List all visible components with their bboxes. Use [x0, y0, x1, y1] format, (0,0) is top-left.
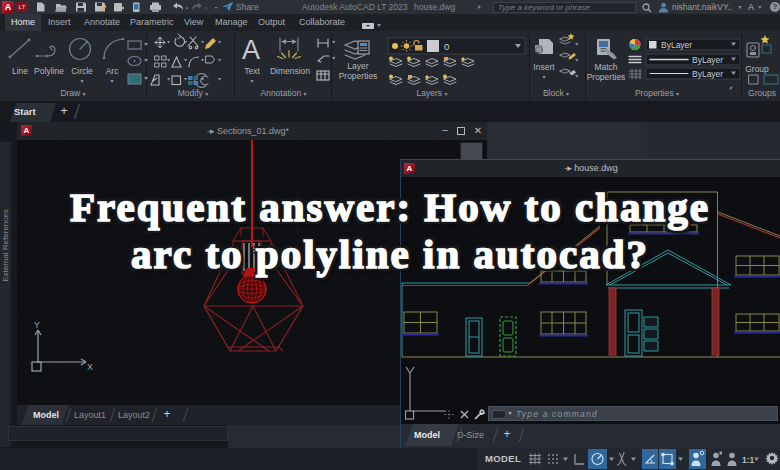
svg-text:Y: Y — [34, 320, 40, 330]
svg-text:ByLayer: ByLayer — [692, 69, 723, 79]
svg-text:ByLayer: ByLayer — [661, 40, 692, 50]
svg-text:1:1: 1:1 — [742, 455, 755, 465]
svg-text:A: A — [242, 35, 260, 65]
svg-text:ByLayer: ByLayer — [692, 55, 723, 65]
svg-text:X: X — [87, 362, 93, 372]
svg-text:0: 0 — [444, 41, 449, 52]
